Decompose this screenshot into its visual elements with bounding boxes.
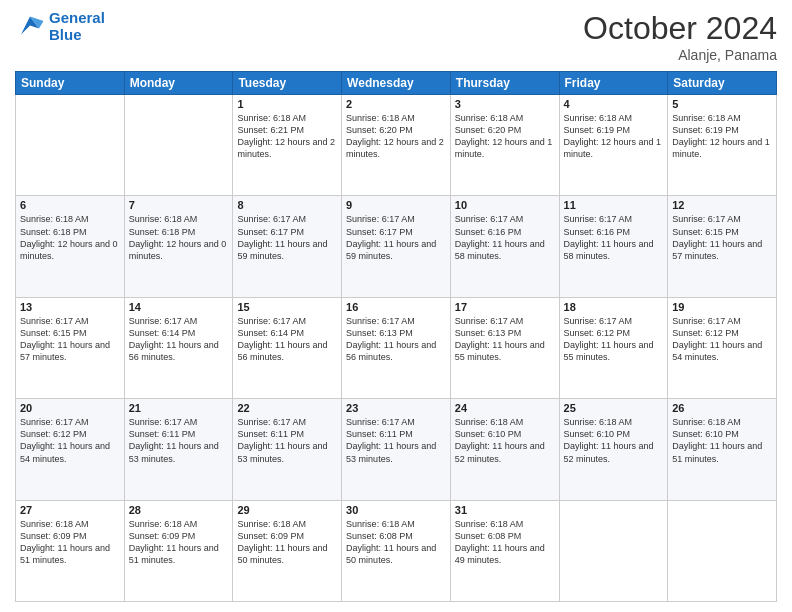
weekday-header: Monday <box>124 72 233 95</box>
day-number: 28 <box>129 504 229 516</box>
weekday-header: Saturday <box>668 72 777 95</box>
calendar-cell: 9Sunrise: 6:17 AMSunset: 6:17 PMDaylight… <box>342 196 451 297</box>
calendar-cell: 21Sunrise: 6:17 AMSunset: 6:11 PMDayligh… <box>124 399 233 500</box>
day-info: Sunrise: 6:18 AMSunset: 6:09 PMDaylight:… <box>129 518 229 567</box>
calendar-cell: 7Sunrise: 6:18 AMSunset: 6:18 PMDaylight… <box>124 196 233 297</box>
day-info: Sunrise: 6:17 AMSunset: 6:17 PMDaylight:… <box>346 213 446 262</box>
day-number: 3 <box>455 98 555 110</box>
day-info: Sunrise: 6:18 AMSunset: 6:09 PMDaylight:… <box>20 518 120 567</box>
calendar-week-row: 13Sunrise: 6:17 AMSunset: 6:15 PMDayligh… <box>16 297 777 398</box>
day-info: Sunrise: 6:17 AMSunset: 6:16 PMDaylight:… <box>455 213 555 262</box>
day-number: 20 <box>20 402 120 414</box>
day-info: Sunrise: 6:18 AMSunset: 6:21 PMDaylight:… <box>237 112 337 161</box>
day-number: 9 <box>346 199 446 211</box>
calendar-cell: 11Sunrise: 6:17 AMSunset: 6:16 PMDayligh… <box>559 196 668 297</box>
day-info: Sunrise: 6:18 AMSunset: 6:18 PMDaylight:… <box>129 213 229 262</box>
calendar-cell: 13Sunrise: 6:17 AMSunset: 6:15 PMDayligh… <box>16 297 125 398</box>
calendar-cell: 18Sunrise: 6:17 AMSunset: 6:12 PMDayligh… <box>559 297 668 398</box>
calendar-cell: 31Sunrise: 6:18 AMSunset: 6:08 PMDayligh… <box>450 500 559 601</box>
calendar-cell: 23Sunrise: 6:17 AMSunset: 6:11 PMDayligh… <box>342 399 451 500</box>
day-number: 26 <box>672 402 772 414</box>
day-number: 25 <box>564 402 664 414</box>
calendar-cell: 1Sunrise: 6:18 AMSunset: 6:21 PMDaylight… <box>233 95 342 196</box>
calendar-cell <box>16 95 125 196</box>
calendar-cell: 24Sunrise: 6:18 AMSunset: 6:10 PMDayligh… <box>450 399 559 500</box>
title-block: October 2024 Alanje, Panama <box>583 10 777 63</box>
page: General Blue October 2024 Alanje, Panama… <box>0 0 792 612</box>
calendar-cell: 29Sunrise: 6:18 AMSunset: 6:09 PMDayligh… <box>233 500 342 601</box>
calendar-cell: 12Sunrise: 6:17 AMSunset: 6:15 PMDayligh… <box>668 196 777 297</box>
day-number: 29 <box>237 504 337 516</box>
day-number: 18 <box>564 301 664 313</box>
calendar-cell <box>124 95 233 196</box>
calendar-cell: 22Sunrise: 6:17 AMSunset: 6:11 PMDayligh… <box>233 399 342 500</box>
day-number: 14 <box>129 301 229 313</box>
day-number: 13 <box>20 301 120 313</box>
day-number: 12 <box>672 199 772 211</box>
day-number: 1 <box>237 98 337 110</box>
day-info: Sunrise: 6:17 AMSunset: 6:16 PMDaylight:… <box>564 213 664 262</box>
calendar-cell: 8Sunrise: 6:17 AMSunset: 6:17 PMDaylight… <box>233 196 342 297</box>
day-number: 15 <box>237 301 337 313</box>
calendar-week-row: 1Sunrise: 6:18 AMSunset: 6:21 PMDaylight… <box>16 95 777 196</box>
calendar-cell: 28Sunrise: 6:18 AMSunset: 6:09 PMDayligh… <box>124 500 233 601</box>
day-info: Sunrise: 6:17 AMSunset: 6:11 PMDaylight:… <box>129 416 229 465</box>
calendar-cell: 26Sunrise: 6:18 AMSunset: 6:10 PMDayligh… <box>668 399 777 500</box>
calendar-week-row: 20Sunrise: 6:17 AMSunset: 6:12 PMDayligh… <box>16 399 777 500</box>
day-number: 16 <box>346 301 446 313</box>
day-number: 6 <box>20 199 120 211</box>
day-info: Sunrise: 6:17 AMSunset: 6:14 PMDaylight:… <box>129 315 229 364</box>
header: General Blue October 2024 Alanje, Panama <box>15 10 777 63</box>
day-number: 31 <box>455 504 555 516</box>
calendar-cell: 20Sunrise: 6:17 AMSunset: 6:12 PMDayligh… <box>16 399 125 500</box>
calendar-cell: 17Sunrise: 6:17 AMSunset: 6:13 PMDayligh… <box>450 297 559 398</box>
calendar-week-row: 6Sunrise: 6:18 AMSunset: 6:18 PMDaylight… <box>16 196 777 297</box>
logo-text: General Blue <box>49 10 105 43</box>
day-number: 21 <box>129 402 229 414</box>
day-number: 5 <box>672 98 772 110</box>
day-info: Sunrise: 6:17 AMSunset: 6:15 PMDaylight:… <box>672 213 772 262</box>
calendar-cell: 27Sunrise: 6:18 AMSunset: 6:09 PMDayligh… <box>16 500 125 601</box>
day-number: 17 <box>455 301 555 313</box>
calendar-cell: 10Sunrise: 6:17 AMSunset: 6:16 PMDayligh… <box>450 196 559 297</box>
day-number: 22 <box>237 402 337 414</box>
day-number: 11 <box>564 199 664 211</box>
day-info: Sunrise: 6:17 AMSunset: 6:15 PMDaylight:… <box>20 315 120 364</box>
day-number: 23 <box>346 402 446 414</box>
calendar-week-row: 27Sunrise: 6:18 AMSunset: 6:09 PMDayligh… <box>16 500 777 601</box>
calendar-cell <box>668 500 777 601</box>
logo: General Blue <box>15 10 105 43</box>
calendar-cell: 30Sunrise: 6:18 AMSunset: 6:08 PMDayligh… <box>342 500 451 601</box>
day-number: 19 <box>672 301 772 313</box>
day-info: Sunrise: 6:17 AMSunset: 6:12 PMDaylight:… <box>20 416 120 465</box>
weekday-header: Friday <box>559 72 668 95</box>
day-number: 2 <box>346 98 446 110</box>
day-info: Sunrise: 6:18 AMSunset: 6:20 PMDaylight:… <box>455 112 555 161</box>
header-row: SundayMondayTuesdayWednesdayThursdayFrid… <box>16 72 777 95</box>
weekday-header: Tuesday <box>233 72 342 95</box>
month-title: October 2024 <box>583 10 777 47</box>
calendar-cell: 3Sunrise: 6:18 AMSunset: 6:20 PMDaylight… <box>450 95 559 196</box>
day-info: Sunrise: 6:18 AMSunset: 6:20 PMDaylight:… <box>346 112 446 161</box>
calendar-cell <box>559 500 668 601</box>
day-info: Sunrise: 6:18 AMSunset: 6:10 PMDaylight:… <box>672 416 772 465</box>
day-info: Sunrise: 6:17 AMSunset: 6:11 PMDaylight:… <box>346 416 446 465</box>
day-info: Sunrise: 6:17 AMSunset: 6:12 PMDaylight:… <box>564 315 664 364</box>
weekday-header: Sunday <box>16 72 125 95</box>
logo-icon <box>15 13 45 41</box>
day-info: Sunrise: 6:17 AMSunset: 6:17 PMDaylight:… <box>237 213 337 262</box>
day-number: 24 <box>455 402 555 414</box>
day-number: 10 <box>455 199 555 211</box>
calendar-cell: 5Sunrise: 6:18 AMSunset: 6:19 PMDaylight… <box>668 95 777 196</box>
day-info: Sunrise: 6:18 AMSunset: 6:08 PMDaylight:… <box>346 518 446 567</box>
day-number: 7 <box>129 199 229 211</box>
day-info: Sunrise: 6:17 AMSunset: 6:13 PMDaylight:… <box>455 315 555 364</box>
day-info: Sunrise: 6:18 AMSunset: 6:09 PMDaylight:… <box>237 518 337 567</box>
calendar-cell: 25Sunrise: 6:18 AMSunset: 6:10 PMDayligh… <box>559 399 668 500</box>
day-info: Sunrise: 6:18 AMSunset: 6:19 PMDaylight:… <box>564 112 664 161</box>
calendar-cell: 15Sunrise: 6:17 AMSunset: 6:14 PMDayligh… <box>233 297 342 398</box>
calendar-cell: 19Sunrise: 6:17 AMSunset: 6:12 PMDayligh… <box>668 297 777 398</box>
calendar-cell: 2Sunrise: 6:18 AMSunset: 6:20 PMDaylight… <box>342 95 451 196</box>
day-info: Sunrise: 6:18 AMSunset: 6:10 PMDaylight:… <box>564 416 664 465</box>
calendar-cell: 14Sunrise: 6:17 AMSunset: 6:14 PMDayligh… <box>124 297 233 398</box>
